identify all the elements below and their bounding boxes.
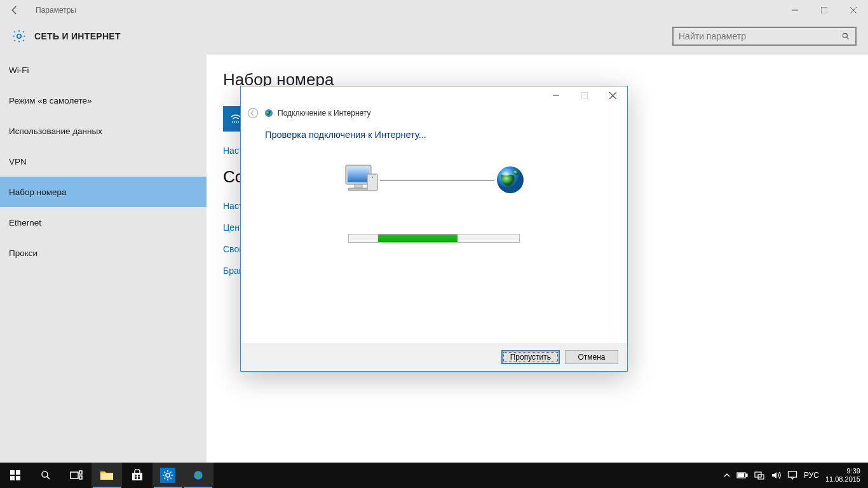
- settings-section-title: СЕТЬ И ИНТЕРНЕТ: [34, 31, 121, 41]
- settings-titlebar: Параметры: [0, 0, 868, 20]
- internet-connection-wizard: Подключение к Интернету Проверка подключ…: [240, 86, 628, 372]
- sidebar-item-label: Использование данных: [9, 126, 102, 136]
- sidebar-item-dialup[interactable]: Набор номера: [0, 177, 207, 207]
- action-center-icon[interactable]: [787, 470, 797, 480]
- search-box[interactable]: [672, 27, 857, 46]
- sidebar-item-label: Ethernet: [9, 218, 41, 227]
- svg-rect-1: [821, 7, 827, 13]
- volume-icon[interactable]: [771, 470, 781, 480]
- svg-rect-37: [138, 475, 140, 477]
- svg-rect-12: [581, 92, 588, 98]
- svg-rect-48: [788, 471, 796, 477]
- close-button[interactable]: [839, 0, 868, 20]
- clock-time: 9:39: [825, 467, 860, 475]
- wizard-nav: Подключение к Интернету: [241, 104, 627, 122]
- svg-rect-33: [79, 476, 82, 479]
- sidebar-item-label: Режим «в самолете»: [9, 96, 92, 105]
- tray-overflow-icon[interactable]: [724, 472, 730, 478]
- sidebar-item-label: VPN: [9, 157, 27, 166]
- minimize-button[interactable]: [780, 0, 810, 20]
- svg-rect-34: [100, 473, 113, 480]
- connection-line: [380, 180, 494, 180]
- window-controls: [780, 0, 868, 20]
- search-icon: [841, 32, 850, 41]
- sidebar-item-label: Прокси: [9, 248, 37, 258]
- svg-rect-25: [10, 470, 15, 475]
- wizard-content: Проверка подключения к Интернету...: [241, 122, 627, 343]
- system-tray: РУС 9:39 11.08.2015: [724, 463, 868, 488]
- progress-bar: [348, 234, 520, 243]
- svg-rect-20: [348, 188, 369, 191]
- wizard-maximize-button: [570, 86, 599, 104]
- sidebar: Wi-Fi Режим «в самолете» Использование д…: [0, 55, 207, 464]
- wizard-window-controls: [541, 86, 627, 104]
- search-input[interactable]: [679, 31, 841, 41]
- wizard-back-button: [247, 107, 259, 119]
- svg-rect-19: [355, 184, 362, 188]
- sidebar-item-wifi[interactable]: Wi-Fi: [0, 55, 207, 85]
- svg-rect-28: [16, 476, 20, 480]
- computer-icon: [342, 163, 380, 197]
- svg-point-4: [17, 34, 21, 38]
- svg-rect-38: [135, 477, 137, 479]
- svg-rect-36: [135, 475, 137, 477]
- wizard-close-button[interactable]: [599, 86, 627, 104]
- taskbar-settings[interactable]: [153, 463, 183, 488]
- svg-line-6: [846, 37, 848, 39]
- clock[interactable]: 9:39 11.08.2015: [825, 467, 860, 484]
- connection-diagram: [265, 163, 603, 197]
- network-icon[interactable]: [754, 470, 764, 480]
- gear-icon: [11, 29, 27, 44]
- settings-header: СЕТЬ И ИНТЕРНЕТ: [0, 20, 868, 55]
- progress-fill: [378, 234, 458, 242]
- svg-rect-40: [160, 468, 175, 483]
- globe-small-icon: [264, 108, 274, 118]
- input-lang[interactable]: РУС: [804, 471, 819, 480]
- svg-rect-39: [138, 477, 140, 479]
- maximize-button[interactable]: [810, 0, 839, 20]
- sidebar-item-data-usage[interactable]: Использование данных: [0, 116, 207, 146]
- taskbar-store[interactable]: [122, 463, 153, 488]
- taskbar-search-button[interactable]: [31, 463, 61, 488]
- clock-date: 11.08.2015: [825, 475, 860, 484]
- svg-point-15: [248, 109, 258, 118]
- sidebar-item-vpn[interactable]: VPN: [0, 146, 207, 177]
- svg-rect-18: [348, 167, 369, 182]
- wizard-title-text: Подключение к Интернету: [278, 109, 371, 118]
- start-button[interactable]: [0, 463, 31, 488]
- svg-rect-45: [738, 474, 743, 477]
- svg-rect-32: [79, 471, 82, 474]
- svg-point-5: [843, 33, 847, 37]
- svg-rect-27: [10, 476, 15, 480]
- sidebar-item-airplane[interactable]: Режим «в самолете»: [0, 85, 207, 116]
- back-button[interactable]: [9, 4, 24, 16]
- svg-line-30: [47, 477, 50, 479]
- taskbar: РУС 9:39 11.08.2015: [0, 463, 868, 488]
- battery-icon[interactable]: [736, 471, 748, 479]
- svg-point-22: [372, 177, 373, 178]
- svg-rect-26: [16, 470, 20, 475]
- wizard-footer: Пропустить Отмена: [241, 343, 627, 371]
- task-view-button[interactable]: [61, 463, 92, 488]
- svg-rect-31: [71, 472, 78, 478]
- wizard-title: Подключение к Интернету: [264, 108, 371, 118]
- sidebar-item-ethernet[interactable]: Ethernet: [0, 207, 207, 238]
- skip-button[interactable]: Пропустить: [501, 350, 560, 364]
- globe-icon: [494, 164, 526, 196]
- wizard-titlebar[interactable]: [241, 86, 627, 104]
- svg-point-24: [502, 172, 510, 176]
- wizard-minimize-button[interactable]: [541, 86, 570, 104]
- sidebar-item-label: Набор номера: [9, 187, 67, 197]
- sidebar-item-label: Wi-Fi: [9, 65, 29, 75]
- svg-rect-35: [132, 473, 142, 480]
- cancel-button[interactable]: Отмена: [565, 350, 618, 364]
- svg-rect-44: [746, 474, 747, 477]
- window-title: Параметры: [36, 6, 76, 15]
- taskbar-connection-wizard[interactable]: [183, 463, 214, 488]
- wizard-status-message: Проверка подключения к Интернету...: [265, 130, 603, 140]
- svg-point-29: [42, 471, 48, 477]
- taskbar-explorer[interactable]: [92, 463, 122, 488]
- sidebar-item-proxy[interactable]: Прокси: [0, 238, 207, 268]
